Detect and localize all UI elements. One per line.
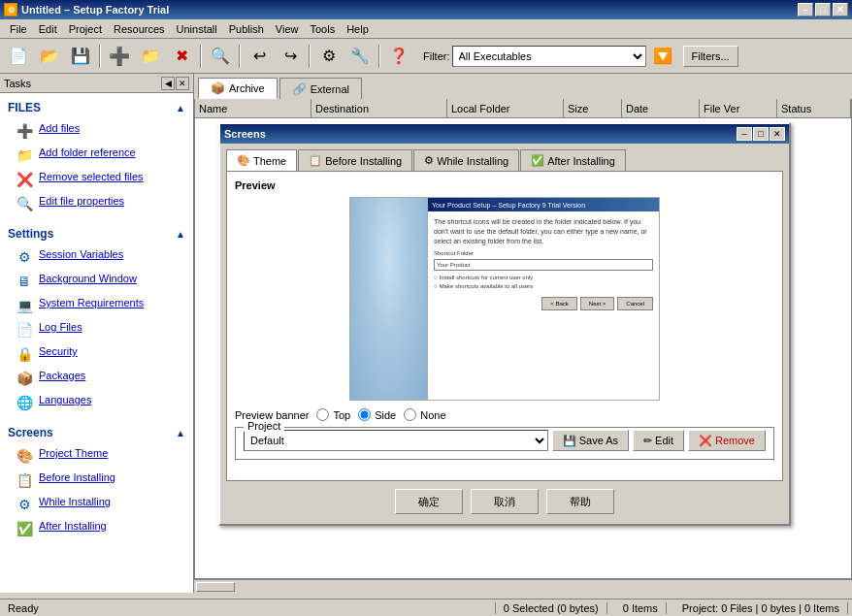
save-as-button[interactable]: 💾 Save As	[552, 430, 629, 451]
menu-edit[interactable]: Edit	[33, 21, 63, 37]
section-files-label: FILES	[8, 101, 41, 114]
section-screens-collapse[interactable]: ▲	[176, 428, 185, 438]
menu-file[interactable]: File	[4, 21, 33, 37]
status-selected: 0 Selected (0 bytes)	[496, 602, 607, 614]
remove-files-icon: ❌	[16, 171, 33, 188]
dialog-maximize-button[interactable]: □	[753, 127, 769, 141]
col-date: Date	[622, 99, 700, 117]
col-destination: Destination	[311, 99, 447, 117]
help-dialog-button[interactable]: 帮助	[546, 489, 614, 514]
edit-properties-icon: 🔍	[16, 195, 33, 212]
status-ready-text: Ready	[8, 602, 39, 614]
publish-button[interactable]: 🔧	[345, 43, 375, 70]
task-remove-files[interactable]: ❌ Remove selected files	[0, 167, 193, 191]
inner-tab-after-installing[interactable]: ✅ After Installing	[520, 149, 626, 171]
horizontal-scrollbar[interactable]	[194, 579, 852, 593]
task-sys-req[interactable]: 💻 System Requirements	[0, 293, 193, 317]
banner-side-option[interactable]: Side	[358, 408, 396, 421]
section-settings-collapse[interactable]: ▲	[176, 229, 185, 240]
undo-button[interactable]: ↩	[245, 43, 274, 70]
inner-tab-while-installing[interactable]: ⚙ While Installing	[413, 149, 519, 171]
project-theme-icon: 🎨	[16, 447, 33, 465]
task-project-theme[interactable]: 🎨 Project Theme	[0, 443, 193, 468]
preview-back-button[interactable]: < Back	[541, 297, 577, 310]
task-before-installing-label: Before Installing	[39, 470, 115, 484]
add-button[interactable]: ➕	[105, 43, 134, 70]
dialog-minimize-button[interactable]: –	[737, 127, 752, 141]
menu-publish[interactable]: Publish	[223, 21, 270, 37]
edit-button[interactable]: ✏ Edit	[633, 430, 684, 451]
open-button[interactable]: 📂	[35, 43, 64, 70]
preview-cancel-button[interactable]: Cancel	[617, 297, 653, 310]
filter-icon-button[interactable]: 🔽	[648, 43, 677, 70]
remove-button[interactable]: ❌ Remove	[688, 430, 766, 451]
tasks-title: Tasks	[4, 78, 31, 89]
banner-side-radio[interactable]	[358, 408, 371, 421]
maximize-button[interactable]: □	[815, 3, 831, 16]
tab-archive[interactable]: 📦 Archive	[198, 78, 278, 99]
task-session-vars[interactable]: ⚙ Session Variables	[0, 244, 193, 269]
task-before-installing[interactable]: 📋 Before Installing	[0, 468, 193, 492]
cancel-dialog-button[interactable]: 取消	[471, 489, 539, 514]
task-bg-window-label: Background Window	[39, 272, 137, 285]
title-bar: ⚙ Untitled – Setup Factory Trial – □ ✕	[0, 0, 852, 19]
new-button[interactable]: 📄	[4, 43, 33, 70]
task-while-installing-label: While Installing	[39, 495, 111, 508]
task-languages[interactable]: 🌐 Languages	[0, 390, 193, 414]
task-while-installing[interactable]: ⚙ While Installing	[0, 492, 193, 516]
preview-sidebar	[350, 198, 428, 400]
menu-project[interactable]: Project	[63, 21, 108, 37]
tab-external[interactable]: 🔗 External	[279, 78, 362, 99]
search-button[interactable]: 🔍	[206, 43, 235, 70]
menu-uninstall[interactable]: Uninstall	[171, 21, 223, 37]
filters-button[interactable]: Filters...	[683, 46, 738, 67]
preview-field-value: Your Product	[437, 261, 470, 269]
task-after-installing[interactable]: ✅ After Installing	[0, 516, 193, 540]
close-button[interactable]: ✕	[833, 3, 848, 16]
tasks-expand-button[interactable]: ◀	[161, 77, 175, 90]
save-button[interactable]: 💾	[66, 43, 95, 70]
confirm-button[interactable]: 确定	[395, 489, 463, 514]
task-security[interactable]: 🔒 Security	[0, 341, 193, 366]
log-files-icon: 📄	[16, 321, 33, 339]
task-add-folder[interactable]: 📁 Add folder reference	[0, 143, 193, 167]
col-status: Status	[777, 99, 851, 117]
help-button[interactable]: ❓	[384, 43, 413, 70]
scroll-thumb[interactable]	[196, 582, 235, 592]
inner-tab-before-installing[interactable]: 📋 Before Installing	[298, 149, 412, 171]
banner-none-option[interactable]: None	[404, 408, 445, 421]
banner-top-radio[interactable]	[316, 408, 329, 421]
section-files-collapse[interactable]: ▲	[176, 103, 185, 113]
task-edit-properties-label: Edit file properties	[39, 194, 124, 208]
preview-next-button[interactable]: Next >	[580, 297, 615, 310]
task-log-files[interactable]: 📄 Log Files	[0, 317, 193, 341]
after-tab-icon: ✅	[531, 154, 544, 167]
settings-button[interactable]: ⚙	[314, 43, 344, 70]
redo-button[interactable]: ↪	[276, 43, 305, 70]
packages-icon: 📦	[16, 370, 33, 387]
tasks-close-button[interactable]: ✕	[176, 77, 189, 90]
tab-external-label: External	[311, 83, 349, 95]
delete-button[interactable]: ✖	[167, 43, 196, 70]
filter-dropdown[interactable]: All Executables All Files Executables On…	[452, 46, 646, 67]
menu-tools[interactable]: Tools	[304, 21, 341, 37]
toolbar-separator-4	[309, 45, 311, 68]
banner-top-option[interactable]: Top	[316, 408, 350, 421]
project-dropdown[interactable]: Default	[244, 430, 548, 451]
menu-view[interactable]: View	[270, 21, 305, 37]
minimize-button[interactable]: –	[798, 3, 813, 16]
task-remove-files-label: Remove selected files	[39, 170, 144, 183]
banner-none-radio[interactable]	[404, 408, 416, 421]
task-sys-req-label: System Requirements	[39, 296, 144, 309]
menu-resources[interactable]: Resources	[108, 21, 171, 37]
tab-bar: 📦 Archive 🔗 External	[194, 74, 852, 99]
task-add-files[interactable]: ➕ Add files	[0, 118, 193, 143]
task-packages[interactable]: 📦 Packages	[0, 366, 193, 390]
inner-tab-theme[interactable]: 🎨 Theme	[226, 149, 297, 171]
menu-help[interactable]: Help	[341, 21, 375, 37]
folder-button[interactable]: 📁	[136, 43, 165, 70]
status-project-info: Project: 0 Files | 0 bytes | 0 Items	[674, 602, 848, 614]
task-edit-properties[interactable]: 🔍 Edit file properties	[0, 191, 193, 215]
task-bg-window[interactable]: 🖥 Background Window	[0, 269, 193, 293]
dialog-close-button[interactable]: ✕	[770, 127, 785, 141]
